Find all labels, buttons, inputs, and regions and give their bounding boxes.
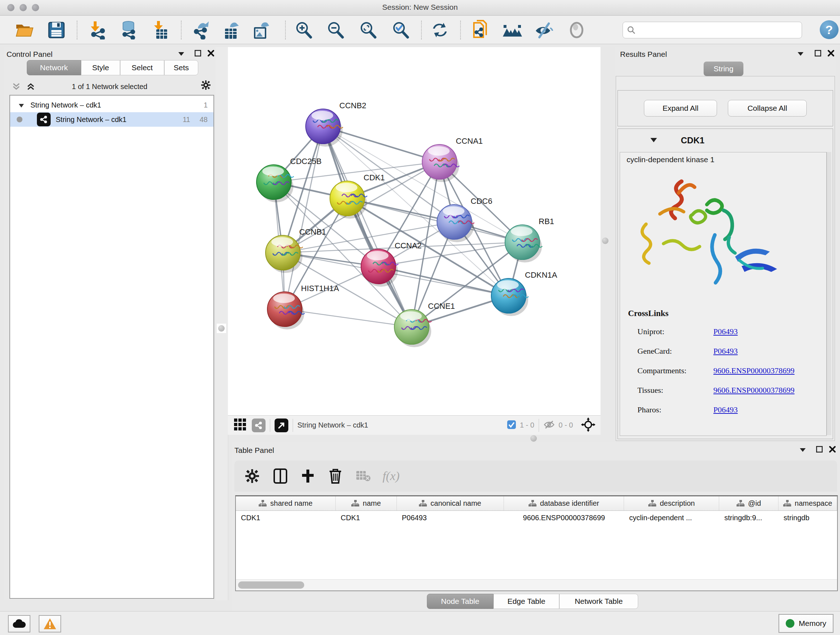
panel-close-icon[interactable] (206, 49, 216, 58)
save-session-icon[interactable] (46, 20, 66, 40)
table-cell[interactable]: 9606.ENSP00000378699 (504, 511, 624, 524)
network-canvas[interactable]: CCNB2CCNA1CDC25BCDK1CDC6RB1CCNB1CCNA2CDK… (228, 47, 600, 415)
network-row-selected[interactable]: String Network – cdk1 11 48 (10, 112, 213, 127)
column-header--id[interactable]: @id (719, 496, 778, 510)
tab-style[interactable]: Style (81, 60, 120, 75)
tab-sets[interactable]: Sets (164, 60, 198, 75)
panel-collapse-icon[interactable] (177, 49, 186, 59)
clone-network-icon[interactable] (470, 20, 491, 40)
table-row[interactable]: CDK1CDK1P064939606.ENSP00000378699cyclin… (236, 511, 837, 524)
hide-selected-icon[interactable] (534, 20, 554, 40)
zoom-in-icon[interactable] (294, 20, 314, 40)
panel-collapse-icon[interactable] (796, 49, 805, 59)
tab-node-table[interactable]: Node Table (427, 594, 493, 609)
splitter-handle[interactable] (602, 238, 608, 244)
splitter-handle[interactable] (217, 324, 226, 333)
crosslink-row: Uniprot:P06493 (638, 327, 822, 347)
tab-select[interactable]: Select (120, 60, 164, 75)
gene-section-header[interactable]: CDK1 (618, 129, 833, 152)
column-header-description[interactable]: description (624, 496, 719, 510)
network-node-CDK1[interactable]: CDK1 (330, 173, 385, 219)
tree-expander-icon[interactable] (19, 101, 24, 109)
fit-selected-crosshair-icon[interactable] (581, 417, 595, 433)
memory-button[interactable]: Memory (778, 614, 834, 633)
network-edge-CCNA2-CDKN1A[interactable] (378, 266, 508, 296)
open-in-window-icon[interactable] (275, 418, 288, 432)
help-icon[interactable]: ? (820, 20, 838, 39)
export-image-icon[interactable] (251, 20, 271, 40)
network-node-CCNA1[interactable]: CCNA1 (422, 136, 483, 182)
network-node-HIST1H1A[interactable]: HIST1H1A (267, 284, 339, 329)
collection-count: 1 (204, 101, 208, 109)
collapse-all-button[interactable]: Collapse All (728, 100, 807, 117)
panel-close-icon[interactable] (828, 445, 837, 454)
network-node-RB1[interactable]: RB1 (505, 217, 554, 263)
section-expander-icon[interactable] (651, 137, 657, 144)
export-network-icon[interactable] (191, 20, 212, 40)
splitter-handle[interactable] (531, 435, 537, 442)
table-hscrollbar-thumb[interactable] (238, 581, 304, 589)
grid-view-icon[interactable] (234, 418, 247, 432)
zoom-fit-icon[interactable] (358, 20, 378, 40)
panel-collapse-icon[interactable] (798, 445, 807, 455)
delete-column-icon[interactable] (325, 466, 345, 486)
table-cell[interactable]: stringdb:9... (719, 511, 778, 524)
panel-float-icon[interactable] (815, 445, 824, 454)
show-columns-icon[interactable] (271, 466, 290, 486)
string-results-container: Expand All Collapse All CDK1 cyclin-depe… (616, 76, 835, 441)
crosslink-compartments-link[interactable]: 9606.ENSP00000378699 (714, 366, 794, 375)
column-header-canonical-name[interactable]: canonical name (397, 496, 504, 510)
table-hscrollbar[interactable] (236, 579, 837, 591)
network-node-CCNB1[interactable]: CCNB1 (265, 227, 326, 273)
network-node-CDKN1A[interactable]: CDKN1A (491, 271, 557, 316)
open-session-icon[interactable] (14, 20, 35, 40)
birds-eye-share-icon[interactable] (252, 418, 265, 432)
table-cell[interactable]: cyclin-dependent ... (624, 511, 719, 524)
network-edge-CDK1-RB1[interactable] (347, 198, 523, 242)
zoom-selected-icon[interactable] (391, 20, 411, 40)
import-table-icon[interactable] (151, 20, 172, 40)
table-cell[interactable]: CDK1 (336, 511, 397, 524)
column-header-name[interactable]: name (336, 496, 397, 510)
import-network-database-icon[interactable] (118, 20, 139, 40)
crosslink-uniprot-link[interactable]: P06493 (714, 327, 737, 336)
export-table-icon[interactable] (221, 20, 242, 40)
network-node-CDC6[interactable]: CDC6 (437, 196, 493, 242)
column-header-database-identifier[interactable]: database identifier (504, 496, 624, 510)
expand-all-button[interactable]: Expand All (644, 100, 717, 117)
panel-close-icon[interactable] (826, 49, 836, 58)
column-header-shared-name[interactable]: shared name (236, 496, 336, 510)
column-header-namespace[interactable]: namespace (778, 496, 837, 510)
crosslink-tissues-link[interactable]: 9606.ENSP00000378699 (714, 386, 794, 395)
table-cell[interactable]: P06493 (397, 511, 504, 524)
cloud-service-button[interactable] (8, 615, 30, 632)
network-node-CCNB2[interactable]: CCNB2 (306, 101, 366, 147)
import-network-file-icon[interactable] (88, 20, 108, 40)
search-input[interactable] (639, 26, 798, 35)
warnings-button[interactable] (39, 615, 61, 632)
show-all-icon[interactable] (567, 20, 587, 40)
zoom-out-icon[interactable] (325, 20, 346, 40)
panel-float-icon[interactable] (813, 49, 823, 58)
results-scrollbar[interactable] (827, 152, 831, 435)
panel-float-icon[interactable] (193, 49, 202, 58)
network-collection-row[interactable]: String Network – cdk1 1 (10, 98, 213, 112)
crosslink-pharos-link[interactable]: P06493 (714, 405, 737, 415)
tab-string[interactable]: String (704, 62, 744, 76)
add-column-icon[interactable] (298, 466, 317, 486)
network-options-gear-icon[interactable] (201, 80, 210, 90)
tab-network-table[interactable]: Network Table (559, 594, 638, 609)
network-edge-CCNB2-CCNE1[interactable] (323, 126, 412, 327)
toolbar-separator (181, 21, 182, 40)
network-graph[interactable]: CCNB2CCNA1CDC25BCDK1CDC6RB1CCNB1CCNA2CDK… (228, 47, 600, 415)
table-cell[interactable]: stringdb (778, 511, 837, 524)
table-cell[interactable]: CDK1 (236, 511, 336, 524)
delete-table-icon[interactable] (354, 466, 373, 486)
function-builder-icon[interactable]: f(x) (381, 466, 401, 486)
crosslink-genecard-link[interactable]: P06493 (714, 347, 737, 356)
table-settings-gear-icon[interactable] (242, 466, 262, 486)
tab-edge-table[interactable]: Edge Table (493, 594, 559, 609)
refresh-icon[interactable] (430, 20, 450, 40)
first-neighbors-icon[interactable] (502, 20, 523, 40)
tab-network[interactable]: Network (27, 60, 81, 75)
